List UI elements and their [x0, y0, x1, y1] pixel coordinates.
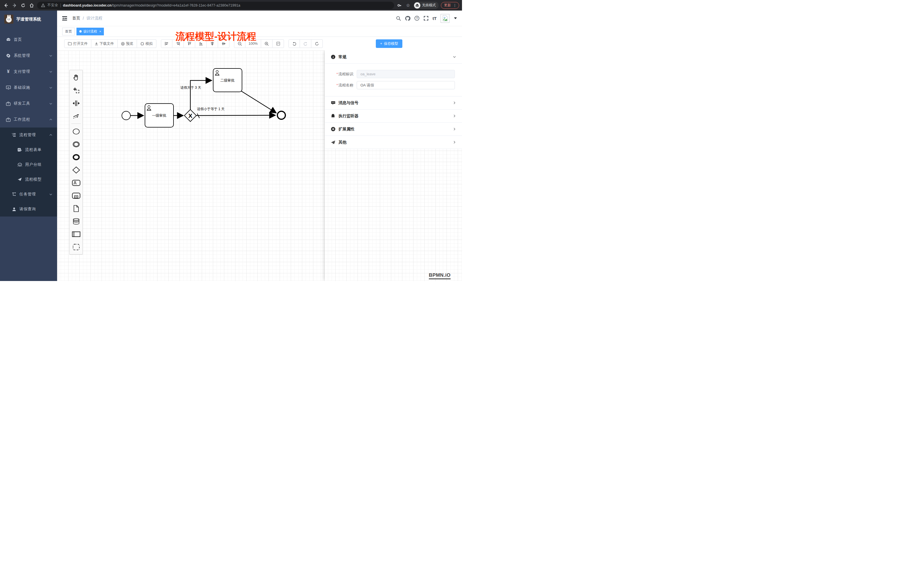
- breadcrumb-home[interactable]: 首页: [72, 16, 80, 21]
- section-message-signal[interactable]: 消息与信号: [325, 96, 462, 109]
- data-store-icon[interactable]: [70, 215, 82, 228]
- edge-label-gt3[interactable]: 请假大于 3 天: [180, 85, 201, 90]
- password-key-icon[interactable]: [396, 2, 403, 9]
- security-label: 不安全: [47, 3, 58, 8]
- preview-button[interactable]: 预览: [118, 39, 137, 48]
- exclusive-gateway[interactable]: X: [184, 109, 196, 121]
- back-icon[interactable]: [3, 2, 9, 9]
- section-other[interactable]: 其他: [325, 136, 462, 149]
- plus-circle-icon: [330, 127, 336, 132]
- incognito-label: 无痕模式: [422, 3, 436, 8]
- undo-icon[interactable]: [288, 39, 300, 48]
- start-event[interactable]: [122, 111, 130, 120]
- sidebar-item-payment[interactable]: ¥ 支付管理: [0, 64, 57, 79]
- chevron-down-icon: [49, 86, 52, 89]
- align-right-icon[interactable]: [172, 39, 184, 48]
- open-file-button[interactable]: 打开文件: [64, 39, 92, 48]
- forward-icon[interactable]: [11, 2, 18, 9]
- sidebar-item-home[interactable]: 首页: [0, 31, 57, 48]
- group-icon[interactable]: [70, 240, 82, 253]
- app-logo-row[interactable]: 芋道管理系统: [0, 12, 57, 27]
- update-button[interactable]: 更新 ⋮: [441, 2, 459, 9]
- bpmn-diagram[interactable]: 一级审批 X 二级审批: [57, 51, 325, 193]
- sidebar: 芋道管理系统 首页 系统管理 ¥ 支付管理 基础设施: [0, 10, 57, 281]
- data-object-icon[interactable]: [70, 202, 82, 215]
- browser-chrome: 不安全 dashboard.yudao.iocoder.cn/bpm/manag…: [0, 0, 462, 10]
- breadcrumb: 首页 / 设计流程: [72, 16, 102, 21]
- sidebar-item-leave-query[interactable]: 请假查询: [0, 202, 57, 217]
- task-second-approval[interactable]: 二级审批: [213, 69, 242, 92]
- download-file-button[interactable]: 下载文件: [92, 39, 118, 48]
- process-name-label: 流程名称: [339, 83, 353, 87]
- align-top-icon[interactable]: [184, 39, 195, 48]
- section-general[interactable]: i 常规: [325, 51, 462, 64]
- font-size-icon[interactable]: tT: [433, 16, 436, 21]
- align-left-icon[interactable]: [161, 39, 172, 48]
- sidebar-collapse-icon[interactable]: [62, 16, 68, 21]
- process-name-input[interactable]: [357, 81, 455, 89]
- simulate-button[interactable]: 模拟: [137, 39, 156, 48]
- dashboard-icon: [6, 37, 11, 42]
- process-key-row: *流程标识: [330, 70, 455, 78]
- restart-icon[interactable]: [311, 39, 323, 48]
- end-event[interactable]: [278, 111, 285, 119]
- help-icon[interactable]: ?: [414, 16, 420, 21]
- edge-label-le1[interactable]: 请假小于等于 1 天: [197, 107, 225, 111]
- bpmn-io-watermark[interactable]: BPMN.iO: [429, 273, 451, 279]
- tab-home[interactable]: 首页: [62, 28, 75, 35]
- avatar[interactable]: [441, 14, 450, 23]
- chevron-right-icon: [453, 127, 456, 131]
- sidebar-item-task-management[interactable]: 任务管理: [0, 187, 57, 202]
- save-model-button[interactable]: + 保存模型: [376, 39, 402, 48]
- home-icon[interactable]: [28, 2, 35, 9]
- fullscreen-icon[interactable]: [423, 16, 429, 21]
- form-edit-icon: [17, 148, 22, 152]
- browser-menu-icon[interactable]: ⋮: [453, 3, 457, 7]
- participant-icon[interactable]: [70, 228, 82, 240]
- bpmn-canvas[interactable]: 一级审批 X 二级审批: [57, 51, 462, 281]
- plus-icon: +: [380, 42, 382, 46]
- fit-viewport-icon[interactable]: [273, 39, 284, 48]
- address-bar[interactable]: 不安全 dashboard.yudao.iocoder.cn/bpm/manag…: [37, 2, 394, 9]
- history-button-group: [288, 39, 323, 48]
- flow-task2-to-end[interactable]: [241, 91, 276, 113]
- redo-icon[interactable]: [300, 39, 311, 48]
- chevron-down-icon: [453, 55, 456, 59]
- robot-face-icon: [17, 163, 22, 166]
- paper-plane-icon: [17, 177, 22, 181]
- tab-design-process[interactable]: 设计流程 ×: [76, 28, 104, 35]
- flow-gateway-to-task2[interactable]: [190, 81, 212, 109]
- align-center-vertical-icon[interactable]: [207, 39, 218, 48]
- bell-icon: [330, 114, 336, 118]
- process-key-label: 流程标识: [339, 72, 353, 76]
- bookmark-star-icon[interactable]: ☆: [405, 2, 411, 9]
- yen-icon: ¥: [6, 69, 11, 74]
- task-first-approval[interactable]: 一级审批: [145, 103, 174, 127]
- zoom-in-icon[interactable]: [261, 39, 273, 48]
- github-icon[interactable]: [405, 16, 410, 21]
- section-execution-listener[interactable]: 执行监听器: [325, 109, 462, 123]
- avatar-dropdown-icon[interactable]: [454, 17, 457, 19]
- zoom-out-icon[interactable]: [234, 39, 245, 48]
- sidebar-item-workflow[interactable]: 工作流程: [0, 112, 57, 127]
- designer-toolbar: 打开文件 下载文件 预览 模拟: [57, 37, 462, 51]
- sidebar-item-system[interactable]: 系统管理: [0, 48, 57, 64]
- sidebar-item-dev-tools[interactable]: 研发工具: [0, 96, 57, 112]
- align-center-horizontal-icon[interactable]: [218, 39, 230, 48]
- search-icon[interactable]: [396, 16, 401, 21]
- sidebar-item-process-management[interactable]: 流程管理: [0, 127, 57, 142]
- toolbox-icon: [6, 102, 11, 106]
- sidebar-item-user-groups[interactable]: 用户分组: [0, 157, 57, 172]
- warning-icon: [41, 2, 45, 9]
- url-text: dashboard.yudao.iocoder.cn/bpm/manager/m…: [63, 3, 240, 7]
- align-bottom-icon[interactable]: [195, 39, 207, 48]
- flow-gateway-to-end[interactable]: [196, 115, 275, 115]
- process-name-row: *流程名称: [330, 81, 455, 89]
- reload-icon[interactable]: [20, 2, 26, 9]
- svg-text:X: X: [188, 112, 192, 119]
- sidebar-item-infrastructure[interactable]: 基础设施: [0, 79, 57, 96]
- sidebar-item-process-model[interactable]: 流程模型: [0, 172, 57, 187]
- close-icon[interactable]: ×: [99, 30, 101, 33]
- sidebar-item-process-form[interactable]: 流程表单: [0, 142, 57, 157]
- section-extended-attributes[interactable]: 扩展属性: [325, 123, 462, 136]
